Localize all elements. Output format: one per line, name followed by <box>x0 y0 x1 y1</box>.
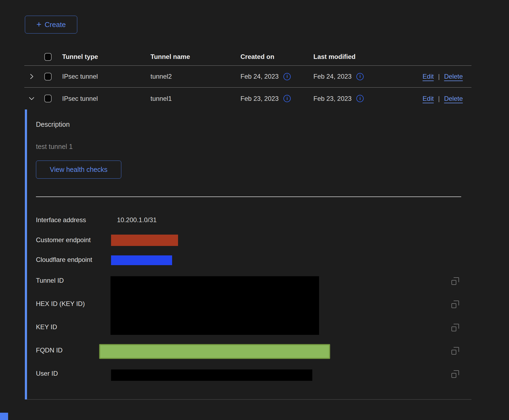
offscreen-element-fragment <box>0 413 8 420</box>
created-on-cell: Feb 24, 2023 <box>240 73 279 80</box>
table-row: IPsec tunnel tunnel2 Feb 24, 2023 i Feb … <box>24 66 471 88</box>
copy-icon[interactable] <box>451 370 459 378</box>
delete-link[interactable]: Delete <box>444 95 463 102</box>
copy-icon[interactable] <box>451 277 459 285</box>
action-separator: | <box>438 95 440 102</box>
header-tunnel-type: Tunnel type <box>57 53 146 61</box>
view-health-checks-button[interactable]: View health checks <box>36 161 121 179</box>
tunnel-name-cell: tunnel2 <box>146 73 235 80</box>
tunnel-id-label: Tunnel ID <box>36 277 64 284</box>
header-last-modified: Last modified <box>309 53 384 61</box>
panel-divider <box>36 196 461 197</box>
edit-link[interactable]: Edit <box>423 95 434 102</box>
copy-icon[interactable] <box>451 301 459 308</box>
fqdn-id-label: FQDN ID <box>36 346 63 354</box>
ids-redaction <box>110 276 319 335</box>
header-tunnel-name: Tunnel name <box>146 53 235 61</box>
last-modified-cell: Feb 24, 2023 <box>313 73 351 80</box>
copy-icon[interactable] <box>451 347 459 355</box>
interface-address-value: 10.200.1.0/31 <box>117 216 157 224</box>
cloudflare-endpoint-redaction <box>111 255 172 265</box>
description-label: Description <box>36 121 70 128</box>
chevron-down-icon[interactable] <box>28 95 35 102</box>
info-icon[interactable]: i <box>283 73 291 80</box>
chevron-right-icon[interactable] <box>28 73 35 80</box>
plus-icon: + <box>36 20 42 29</box>
cloudflare-endpoint-label: Cloudflare endpoint <box>36 256 92 264</box>
fqdn-id-redaction <box>99 344 330 359</box>
create-button[interactable]: + Create <box>25 16 77 34</box>
info-icon[interactable]: i <box>356 95 364 102</box>
expanded-row-marker <box>25 109 27 399</box>
key-id-label: KEY ID <box>36 323 57 331</box>
user-id-redaction <box>111 369 312 381</box>
row-checkbox[interactable] <box>44 95 52 102</box>
description-value: test tunnel 1 <box>36 143 73 151</box>
delete-link[interactable]: Delete <box>444 73 463 80</box>
tunnel-type-cell: IPsec tunnel <box>57 95 146 102</box>
action-separator: | <box>438 73 440 80</box>
interface-address-label: Interface address <box>36 216 86 224</box>
user-id-label: User ID <box>36 370 58 377</box>
created-on-cell: Feb 23, 2023 <box>240 95 279 102</box>
info-icon[interactable]: i <box>356 73 364 80</box>
table-header: Tunnel type Tunnel name Created on Last … <box>24 48 471 66</box>
edit-link[interactable]: Edit <box>423 73 434 80</box>
copy-icon[interactable] <box>451 324 459 331</box>
tunnel-name-cell: tunnel1 <box>146 95 235 102</box>
create-button-label: Create <box>45 21 66 29</box>
row-bottom-divider <box>27 399 471 400</box>
customer-endpoint-label: Customer endpoint <box>36 236 91 244</box>
hex-id-label: HEX ID (KEY ID) <box>36 300 85 308</box>
select-all-checkbox[interactable] <box>44 53 52 61</box>
last-modified-cell: Feb 23, 2023 <box>313 95 351 102</box>
tunnel-type-cell: IPsec tunnel <box>57 73 146 80</box>
table-row: IPsec tunnel tunnel1 Feb 23, 2023 i Feb … <box>24 88 471 109</box>
header-created-on: Created on <box>235 53 309 61</box>
customer-endpoint-redaction <box>111 235 178 246</box>
row-checkbox[interactable] <box>44 73 52 81</box>
info-icon[interactable]: i <box>283 95 291 102</box>
